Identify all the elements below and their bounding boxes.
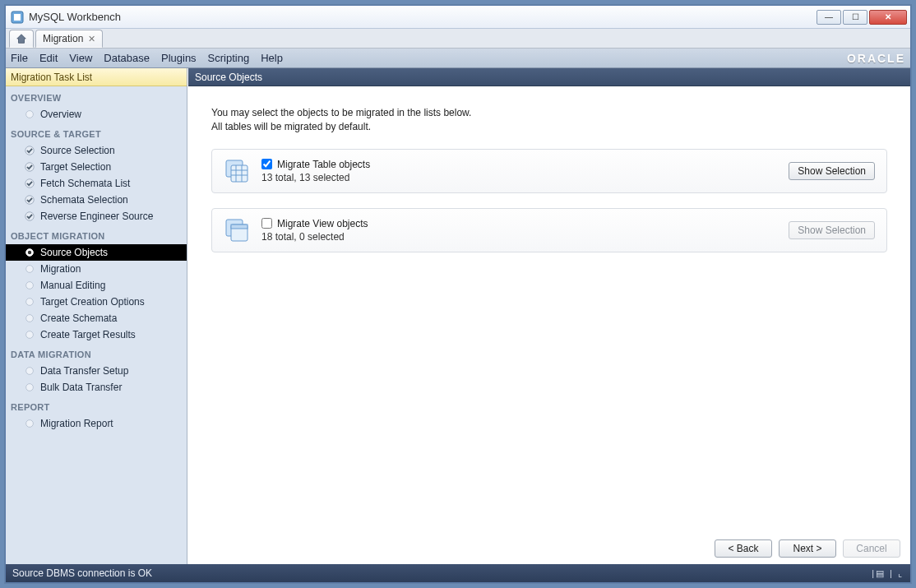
card-migrate-views: Migrate View objects 18 total, 0 selecte… bbox=[211, 208, 887, 252]
card-body: Migrate View objects 18 total, 0 selecte… bbox=[261, 218, 777, 243]
task-item[interactable]: Bulk Data Transfer bbox=[6, 379, 187, 396]
task-item[interactable]: Target Selection bbox=[6, 159, 187, 175]
checkbox-migrate-tables[interactable] bbox=[261, 159, 272, 169]
task-label: Manual Editing bbox=[40, 280, 105, 291]
task-state-icon bbox=[24, 161, 35, 173]
task-label: Source Selection bbox=[40, 145, 115, 156]
home-tab[interactable] bbox=[9, 30, 34, 48]
card-migrate-tables: Migrate Table objects 13 total, 13 selec… bbox=[211, 149, 887, 193]
menu-help[interactable]: Help bbox=[261, 52, 283, 64]
task-label: Overview bbox=[40, 109, 81, 120]
app-icon bbox=[11, 11, 24, 24]
main-area: Migration Task List OVERVIEWOverviewSOUR… bbox=[6, 68, 910, 564]
svg-point-16 bbox=[26, 384, 34, 391]
task-item[interactable]: Migration Report bbox=[6, 415, 187, 432]
task-state-icon bbox=[24, 178, 35, 189]
svg-rect-26 bbox=[231, 225, 248, 229]
back-button[interactable]: < Back bbox=[715, 539, 772, 558]
task-state-icon bbox=[24, 211, 35, 222]
svg-point-12 bbox=[26, 299, 34, 306]
task-item[interactable]: Manual Editing bbox=[6, 277, 187, 294]
menu-scripting[interactable]: Scripting bbox=[208, 52, 250, 64]
task-label: Create Schemata bbox=[40, 313, 117, 324]
menu-database[interactable]: Database bbox=[104, 52, 150, 64]
svg-rect-19 bbox=[231, 165, 248, 182]
window-title: MySQL Workbench bbox=[29, 11, 817, 23]
task-label: Migration Report bbox=[40, 418, 113, 429]
status-bar: Source DBMS connection is OK |▤ | ⌞ bbox=[6, 564, 910, 582]
task-state-icon bbox=[24, 382, 35, 393]
tab-close-icon[interactable]: ✕ bbox=[88, 34, 95, 44]
task-state-icon bbox=[24, 365, 35, 377]
task-label: Target Selection bbox=[40, 161, 111, 173]
sidebar-group-label: DATA MIGRATION bbox=[6, 343, 187, 363]
card-summary: 13 total, 13 selected bbox=[261, 172, 777, 183]
task-item[interactable]: Source Objects bbox=[6, 244, 187, 261]
task-item[interactable]: Schemata Selection bbox=[6, 192, 187, 208]
task-item[interactable]: Source Selection bbox=[6, 142, 187, 159]
show-selection-tables-button[interactable]: Show Selection bbox=[789, 162, 875, 180]
card-title: Migrate View objects bbox=[277, 218, 368, 229]
task-label: Create Target Results bbox=[40, 329, 136, 340]
task-label: Data Transfer Setup bbox=[40, 365, 128, 377]
task-label: Schemata Selection bbox=[40, 194, 128, 206]
next-button[interactable]: Next > bbox=[779, 539, 836, 558]
task-state-icon bbox=[24, 263, 35, 275]
task-state-icon bbox=[24, 194, 35, 206]
svg-point-10 bbox=[26, 266, 34, 273]
view-icon bbox=[224, 217, 250, 243]
title-bar: MySQL Workbench — ☐ ✕ bbox=[6, 6, 910, 29]
menu-plugins[interactable]: Plugins bbox=[161, 52, 197, 64]
content-body: You may select the objects to be migrate… bbox=[188, 86, 910, 532]
checkbox-migrate-views[interactable] bbox=[261, 218, 272, 229]
task-state-icon bbox=[24, 145, 35, 156]
task-item[interactable]: Overview bbox=[6, 106, 187, 123]
menu-file[interactable]: File bbox=[11, 52, 28, 64]
task-state-icon bbox=[24, 329, 35, 340]
oracle-brand: ORACLE bbox=[847, 52, 905, 65]
menu-edit[interactable]: Edit bbox=[39, 52, 58, 64]
cancel-button[interactable]: Cancel bbox=[843, 539, 900, 558]
status-text: Source DBMS connection is OK bbox=[12, 567, 152, 579]
card-title: Migrate Table objects bbox=[277, 159, 370, 170]
intro-text: You may select the objects to be migrate… bbox=[211, 106, 887, 134]
task-item[interactable]: Target Creation Options bbox=[6, 294, 187, 310]
svg-point-14 bbox=[26, 331, 34, 339]
intro-line-1: You may select the objects to be migrate… bbox=[211, 106, 887, 120]
menu-bar: File Edit View Database Plugins Scriptin… bbox=[6, 49, 910, 68]
tab-migration[interactable]: Migration ✕ bbox=[35, 30, 103, 48]
card-body: Migrate Table objects 13 total, 13 selec… bbox=[261, 159, 777, 183]
svg-rect-1 bbox=[14, 14, 21, 21]
svg-point-9 bbox=[28, 251, 31, 254]
svg-point-13 bbox=[26, 315, 34, 322]
sidebar-group-label: SOURCE & TARGET bbox=[6, 123, 187, 142]
minimize-button[interactable]: — bbox=[817, 10, 841, 25]
task-item[interactable]: Migration bbox=[6, 261, 187, 277]
intro-line-2: All tables will be migrated by default. bbox=[211, 120, 887, 134]
sidebar-group-label: REPORT bbox=[6, 396, 187, 415]
task-item[interactable]: Create Schemata bbox=[6, 310, 187, 326]
sidebar-group-label: OVERVIEW bbox=[6, 86, 187, 106]
task-state-icon bbox=[24, 296, 35, 308]
task-label: Source Objects bbox=[40, 247, 108, 258]
task-state-icon bbox=[24, 280, 35, 291]
task-label: Fetch Schemata List bbox=[40, 178, 130, 189]
task-label: Migration bbox=[40, 263, 81, 275]
task-item[interactable]: Reverse Engineer Source bbox=[6, 208, 187, 225]
task-label: Target Creation Options bbox=[40, 296, 145, 308]
task-state-icon bbox=[24, 313, 35, 324]
show-selection-views-button[interactable]: Show Selection bbox=[789, 221, 875, 239]
tab-label: Migration bbox=[43, 33, 83, 44]
task-item[interactable]: Data Transfer Setup bbox=[6, 363, 187, 379]
app-window: MySQL Workbench — ☐ ✕ Migration ✕ File E… bbox=[5, 5, 911, 583]
task-item[interactable]: Fetch Schemata List bbox=[6, 175, 187, 192]
close-button[interactable]: ✕ bbox=[869, 10, 907, 25]
task-state-icon bbox=[24, 247, 35, 258]
sidebar-group-label: OBJECT MIGRATION bbox=[6, 225, 187, 244]
table-icon bbox=[224, 158, 250, 184]
menu-view[interactable]: View bbox=[69, 52, 92, 64]
task-item[interactable]: Create Target Results bbox=[6, 326, 187, 343]
home-icon bbox=[16, 33, 27, 44]
maximize-button[interactable]: ☐ bbox=[843, 10, 867, 25]
svg-point-15 bbox=[26, 368, 34, 375]
